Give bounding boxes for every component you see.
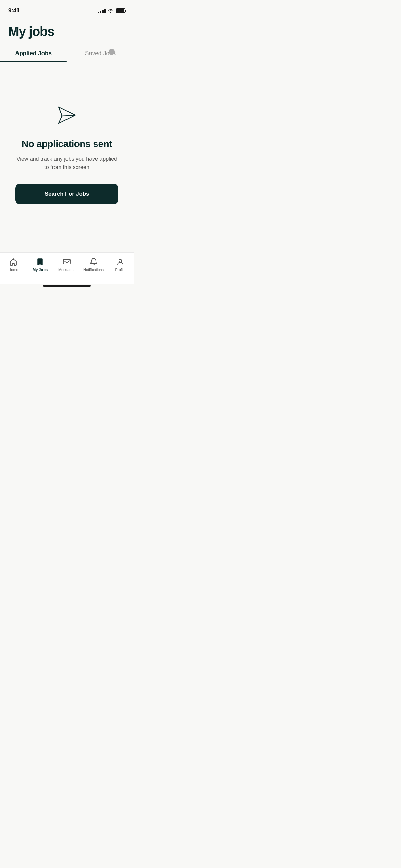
send-icon bbox=[54, 103, 79, 128]
messages-icon bbox=[62, 257, 71, 266]
status-bar: 9:41 bbox=[0, 0, 134, 16]
saved-jobs-badge bbox=[109, 49, 115, 55]
battery-icon bbox=[116, 8, 125, 13]
nav-label-notifications: Notifications bbox=[83, 268, 104, 272]
notifications-icon bbox=[89, 257, 98, 266]
status-time: 9:41 bbox=[8, 7, 20, 14]
nav-item-notifications[interactable]: Notifications bbox=[80, 255, 107, 274]
status-icons bbox=[98, 8, 125, 13]
send-icon-container bbox=[54, 103, 79, 129]
page-title: My jobs bbox=[8, 25, 125, 39]
nav-label-home: Home bbox=[8, 268, 18, 272]
main-content: My jobs Applied Jobs Saved Jobs No appli… bbox=[0, 16, 134, 252]
home-indicator bbox=[0, 284, 134, 289]
nav-label-messages: Messages bbox=[58, 268, 75, 272]
empty-state-title: No applications sent bbox=[22, 138, 112, 149]
svg-rect-2 bbox=[63, 259, 70, 264]
page-header: My jobs bbox=[0, 16, 134, 45]
nav-label-myjobs: My Jobs bbox=[33, 268, 48, 272]
nav-label-profile: Profile bbox=[115, 268, 125, 272]
nav-item-messages[interactable]: Messages bbox=[53, 255, 80, 274]
home-icon bbox=[9, 257, 18, 266]
myjobs-icon bbox=[36, 257, 45, 266]
home-bar bbox=[43, 285, 91, 287]
nav-item-myjobs[interactable]: My Jobs bbox=[27, 255, 53, 274]
profile-icon bbox=[116, 257, 125, 266]
nav-item-home[interactable]: Home bbox=[0, 255, 27, 274]
tabs-container: Applied Jobs Saved Jobs bbox=[0, 45, 134, 62]
nav-item-profile[interactable]: Profile bbox=[107, 255, 134, 274]
tab-saved-jobs[interactable]: Saved Jobs bbox=[67, 45, 134, 62]
signal-icon bbox=[98, 8, 106, 13]
tab-applied-jobs[interactable]: Applied Jobs bbox=[0, 45, 67, 62]
empty-state: No applications sent View and track any … bbox=[0, 62, 134, 252]
bottom-nav: Home My Jobs Messages Notifications bbox=[0, 252, 134, 284]
search-for-jobs-button[interactable]: Search For Jobs bbox=[15, 184, 118, 204]
wifi-icon bbox=[108, 8, 114, 13]
svg-point-3 bbox=[119, 259, 122, 262]
empty-state-description: View and track any jobs you have applied… bbox=[15, 155, 118, 171]
